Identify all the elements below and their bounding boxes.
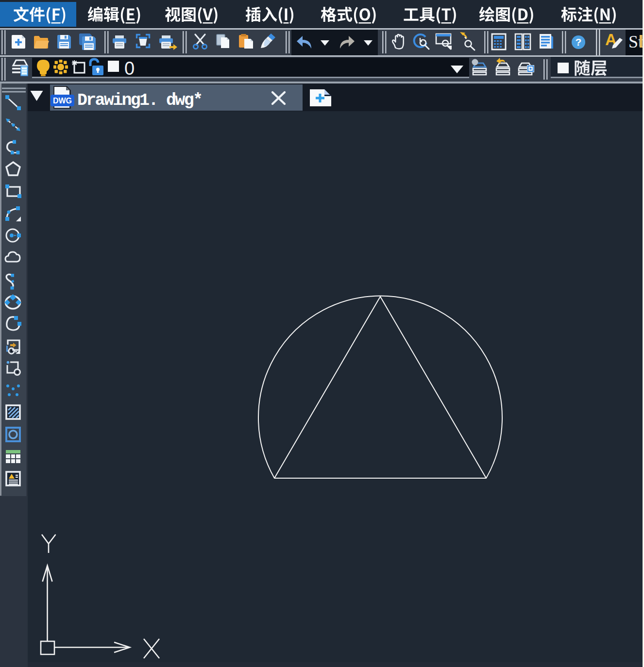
svg-text:DWG: DWG — [53, 97, 72, 105]
svg-text:0: 0 — [124, 58, 135, 79]
svg-text:Drawing1. dwg*: Drawing1. dwg* — [77, 91, 202, 110]
svg-text:?: ? — [576, 36, 582, 48]
